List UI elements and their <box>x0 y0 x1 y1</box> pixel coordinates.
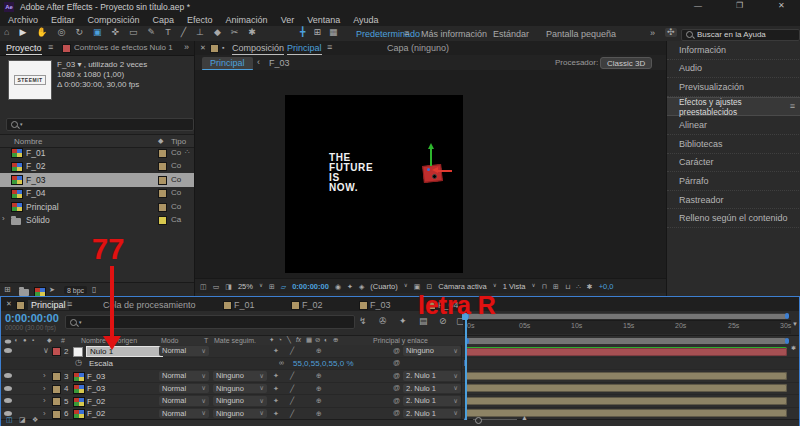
blend-mode-dropdown[interactable]: Normal∨ <box>159 396 209 406</box>
axis-world-icon[interactable]: ⊞ <box>313 28 321 37</box>
layer-name[interactable]: F_02 <box>87 397 105 406</box>
label-chip[interactable] <box>158 162 167 171</box>
resolution-dropdown[interactable]: (Cuarto) <box>370 282 398 291</box>
sidebar-item-parrafo[interactable]: Párrafo <box>667 172 800 191</box>
sidebar-item-caracter[interactable]: Carácter <box>667 154 800 173</box>
puppet-tool-icon[interactable]: ✱ <box>248 28 256 37</box>
always-preview-icon[interactable]: ◫ <box>200 283 207 290</box>
layer-name-edit-field[interactable]: Nulo 1 <box>86 346 163 358</box>
blend-mode-dropdown[interactable]: Normal∨ <box>159 384 209 394</box>
layer-label-chip[interactable] <box>52 347 61 356</box>
menu-efecto[interactable]: Efecto <box>187 15 213 25</box>
timeline-timecode[interactable]: 0:00:00:00 <box>5 312 59 324</box>
mode-column[interactable]: Modo <box>161 337 179 344</box>
layer-bar[interactable] <box>465 409 787 417</box>
bpc-button[interactable]: 8 bpc <box>64 286 87 294</box>
blend-mode-dropdown[interactable]: Normal∨ <box>159 371 209 381</box>
label-chip[interactable] <box>158 176 167 185</box>
roto-brush-tool-icon[interactable]: ✂ <box>231 28 239 37</box>
tab-composicion-label[interactable]: Composición <box>232 43 284 55</box>
magnification-dropdown[interactable]: 25% <box>238 282 253 291</box>
hide-shy-layers-icon[interactable]: ✦ <box>399 317 407 326</box>
layer-label-chip[interactable] <box>52 397 61 406</box>
view-dropdown[interactable]: Cámara activa <box>438 282 486 291</box>
panel-menu-icon[interactable]: ≡ <box>790 102 795 111</box>
3d-switch-icon[interactable]: ⊕ <box>316 372 322 380</box>
tab-f01[interactable]: F_01 <box>234 300 255 310</box>
pen-tool-icon[interactable]: ✎ <box>148 28 156 37</box>
layer-name[interactable]: F_02 <box>87 409 105 418</box>
label-chip[interactable] <box>158 189 167 198</box>
parent-pickwhip-icon[interactable]: @ <box>393 397 400 404</box>
parent-dropdown[interactable]: 2. Nulo 1∨ <box>403 371 461 381</box>
eye-icon[interactable] <box>4 386 12 391</box>
timeline-zoom-knob[interactable] <box>475 417 482 424</box>
3d-switch-icon[interactable]: ⊕ <box>316 410 322 418</box>
layer-row-3[interactable]: › 3 F_03 Normal∨ Ninguno∨ ✦ ╱ ⊕ @ 2. Nul… <box>1 370 799 383</box>
exposure-gear-icon[interactable]: ✱ <box>587 283 593 290</box>
column-tipo[interactable]: Tipo <box>171 137 186 146</box>
work-area-end[interactable] <box>785 338 789 345</box>
parent-pickwhip-icon[interactable]: @ <box>393 384 400 391</box>
workspace-settings-icon[interactable]: ✣ <box>665 28 677 37</box>
zoom-tool-icon[interactable]: ◎ <box>58 28 66 37</box>
project-row-f01[interactable]: F_01 Co ∴ <box>0 146 194 160</box>
shy-switch-icon[interactable]: ✦ <box>273 397 279 405</box>
eraser-tool-icon[interactable]: ◆ <box>214 28 221 37</box>
parent-dropdown[interactable]: 2. Nulo 1∨ <box>403 384 461 394</box>
sidebar-item-audio[interactable]: Audio <box>667 60 800 79</box>
workspace-menu-icon[interactable]: ≡ <box>404 29 409 38</box>
expand-icon[interactable]: › <box>43 396 46 405</box>
panel-overflow-icon[interactable]: » <box>184 43 189 52</box>
parent-pickwhip-icon[interactable]: @ <box>393 347 400 354</box>
new-folder-icon[interactable] <box>19 289 29 296</box>
clone-stamp-tool-icon[interactable]: ⊥ <box>196 28 204 37</box>
tab-proyecto[interactable]: Proyecto <box>6 43 42 55</box>
layer-bar-nulo1[interactable] <box>465 347 787 356</box>
quality-switch-icon[interactable]: ╱ <box>290 410 294 418</box>
blend-mode-dropdown[interactable]: Normal∨ <box>159 346 209 356</box>
grid-options-icon[interactable]: ⊞ <box>269 283 275 290</box>
show-snapshot-icon[interactable]: ✦ <box>347 283 353 290</box>
project-row-f04[interactable]: F_04 Co <box>0 187 194 201</box>
new-composition-icon[interactable] <box>34 287 46 297</box>
workspace-overflow-icon[interactable]: » <box>650 29 655 38</box>
axis-local-icon[interactable]: ╋ <box>300 28 305 37</box>
parent-pickwhip-icon[interactable]: @ <box>393 372 400 379</box>
help-search-box[interactable]: Buscar en la Ayuda <box>681 29 800 41</box>
column-nombre[interactable]: Nombre <box>14 137 42 146</box>
sidebar-item-efectos[interactable]: Efectos y ajustes preestablecidos ≡ <box>667 97 800 117</box>
property-pickwhip-icon[interactable]: @ <box>393 359 400 366</box>
type-tool-icon[interactable]: T <box>165 28 171 37</box>
quality-switch-icon[interactable]: ╱ <box>290 347 294 355</box>
project-row-f02[interactable]: F_02 Co <box>0 160 194 174</box>
toggle-switches-modes-icon[interactable]: ◫ <box>6 416 13 423</box>
expand-icon[interactable]: › <box>2 215 5 223</box>
comp-viewer[interactable]: THE FUTURE IS NOW. <box>195 70 666 278</box>
quality-switch-icon[interactable]: ╱ <box>290 372 294 380</box>
shy-switch-icon[interactable]: ✦ <box>273 372 279 380</box>
menu-composicion[interactable]: Composición <box>88 15 140 25</box>
expand-icon[interactable]: › <box>43 409 46 418</box>
sidebar-item-alinear[interactable]: Alinear <box>667 116 800 135</box>
workspace-estandar[interactable]: Estándar <box>493 29 529 39</box>
shy-switch-icon[interactable]: ✦ <box>273 385 279 393</box>
comp-timecode[interactable]: 0:00:00:00 <box>292 282 329 291</box>
renderer-button[interactable]: Classic 3D <box>600 57 652 69</box>
region-of-interest-icon[interactable]: ▱ <box>281 283 286 290</box>
track-matte-dropdown[interactable]: Ninguno∨ <box>213 396 267 406</box>
expand-icon[interactable]: › <box>43 371 46 380</box>
workspace-mas-informacion[interactable]: Más información <box>421 29 487 39</box>
layer-bar[interactable] <box>465 372 787 380</box>
menu-editar[interactable]: Editar <box>51 15 75 25</box>
parent-dropdown[interactable]: 2. Nulo 1∨ <box>403 396 461 406</box>
label-chip[interactable] <box>158 216 167 225</box>
time-ruler[interactable]: 0s 05s 10s 15s 20s 25s 30s <box>463 320 791 334</box>
layer-bar[interactable] <box>465 397 787 405</box>
quality-switch-icon[interactable]: ╱ <box>290 397 294 405</box>
toggle-in-out-icon[interactable]: ❖ <box>32 416 38 423</box>
layer-row-4[interactable]: › 4 F_03 Normal∨ Ninguno∨ ✦ ╱ ⊕ @ 2. Nul… <box>1 383 799 396</box>
exposure-value[interactable]: +0,0 <box>599 282 614 291</box>
sidebar-item-previsualizacion[interactable]: Previsualización <box>667 78 800 97</box>
eye-icon[interactable] <box>4 348 12 353</box>
